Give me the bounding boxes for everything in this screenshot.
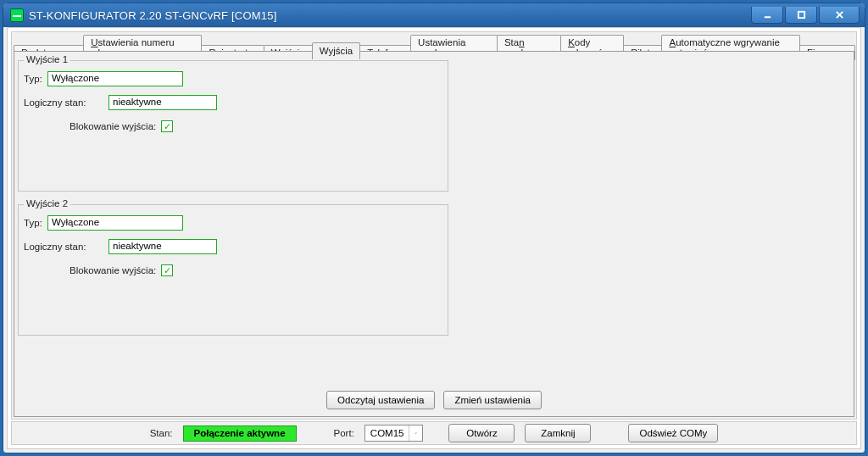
client-area: Podstawowe Ustawienia numeru własnego Re… (7, 27, 861, 449)
tab-panel-wyjscia: Wyjście 1 Typ: Wyłączone Logiczny stan: … (14, 51, 854, 417)
label-typ-2: Typ: (24, 218, 47, 228)
checkbox-blokowanie-2[interactable] (161, 264, 173, 276)
label-blokowanie-1: Blokowanie wyjścia: (70, 121, 156, 131)
status-badge: Połączenie aktywne (183, 425, 297, 442)
label-blokowanie-2: Blokowanie wyjścia: (70, 265, 156, 275)
app-icon (10, 8, 24, 22)
close-button[interactable] (819, 7, 860, 24)
close-port-button[interactable]: Zamknij (525, 424, 591, 442)
maximize-button[interactable] (785, 7, 817, 24)
select-typ-1[interactable]: Wyłączone (47, 71, 183, 86)
refresh-coms-button[interactable]: Odśwież COMy (628, 424, 718, 442)
minimize-button[interactable] (751, 7, 783, 24)
group-legend-2: Wyjście 2 (24, 198, 70, 209)
tab-wyjscia[interactable]: Wyjścia (312, 42, 361, 59)
status-bar: Stan: Połączenie aktywne Port: COM15 Otw… (11, 421, 857, 445)
main-frame: Podstawowe Ustawienia numeru własnego Re… (11, 31, 857, 420)
select-logiczny-stan-2[interactable]: nieaktywne (108, 239, 217, 254)
label-logiczny-stan-1: Logiczny stan: (24, 97, 108, 108)
panel-buttons: Odczytaj ustawienia Zmień ustawienia (14, 391, 854, 409)
port-value: COM15 (365, 428, 409, 438)
chevron-down-icon (409, 425, 422, 441)
group-legend-1: Wyjście 1 (24, 54, 70, 64)
write-settings-button[interactable]: Zmień ustawienia (443, 391, 541, 409)
label-typ-1: Typ: (24, 74, 47, 84)
label-stan: Stan: (150, 428, 173, 438)
open-button[interactable]: Otwórz (448, 424, 515, 442)
port-combo[interactable]: COM15 (364, 425, 424, 442)
label-port: Port: (334, 428, 354, 438)
select-typ-2[interactable]: Wyłączone (47, 215, 183, 231)
window-buttons (751, 7, 860, 24)
svg-rect-1 (798, 12, 804, 18)
checkbox-blokowanie-1[interactable] (161, 120, 173, 132)
window-title: ST-KONFIGURATOR 2.20 ST-GNCvRF [COM15] (29, 9, 751, 22)
app-window: ST-KONFIGURATOR 2.20 ST-GNCvRF [COM15] P… (3, 3, 865, 453)
select-logiczny-stan-1[interactable]: nieaktywne (108, 95, 217, 110)
group-wyjscie-2: Wyjście 2 Typ: Wyłączone Logiczny stan: … (18, 204, 448, 336)
titlebar[interactable]: ST-KONFIGURATOR 2.20 ST-GNCvRF [COM15] (3, 3, 865, 27)
label-logiczny-stan-2: Logiczny stan: (24, 242, 108, 252)
read-settings-button[interactable]: Odczytaj ustawienia (326, 391, 435, 409)
group-wyjscie-1: Wyjście 1 Typ: Wyłączone Logiczny stan: … (18, 60, 448, 192)
